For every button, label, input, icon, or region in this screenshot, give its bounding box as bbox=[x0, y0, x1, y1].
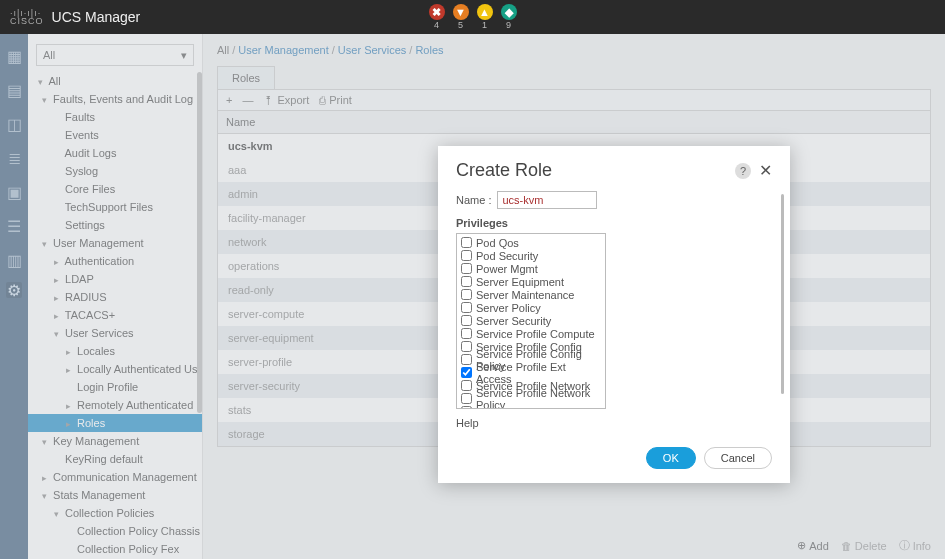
privileges-list[interactable]: Pod QosPod SecurityPower MgmtServer Equi… bbox=[456, 233, 606, 409]
privilege-row[interactable]: Server Policy bbox=[457, 301, 605, 314]
create-role-dialog: Create Role ? ✕ Name : Privileges Pod Qo… bbox=[438, 146, 790, 483]
close-icon[interactable]: ✕ bbox=[759, 161, 772, 180]
privilege-label: Server Maintenance bbox=[476, 289, 574, 301]
privilege-checkbox[interactable] bbox=[461, 354, 472, 365]
privilege-checkbox[interactable] bbox=[461, 341, 472, 352]
alert-badges: ✖4▼5▲1◆9 bbox=[429, 4, 517, 30]
alert-badge[interactable]: ✖4 bbox=[429, 4, 445, 30]
alert-count: 9 bbox=[506, 20, 511, 30]
privilege-label: Service Profile Compute bbox=[476, 328, 595, 340]
privilege-label: Power Mgmt bbox=[476, 263, 538, 275]
app-header: ·ı|ı·ı|ı·CISCO UCS Manager ✖4▼5▲1◆9 bbox=[0, 0, 945, 34]
cisco-logo: ·ı|ı·ı|ı·CISCO bbox=[10, 9, 44, 25]
dialog-help-label: Help bbox=[456, 417, 772, 429]
privilege-row[interactable]: Service Profile Compute bbox=[457, 327, 605, 340]
privilege-checkbox[interactable] bbox=[461, 367, 472, 378]
help-icon[interactable]: ? bbox=[735, 163, 751, 179]
alert-badge[interactable]: ◆9 bbox=[501, 4, 517, 30]
alert-badge[interactable]: ▼5 bbox=[453, 4, 469, 30]
privilege-label: Pod Qos bbox=[476, 237, 519, 249]
alert-icon: ◆ bbox=[501, 4, 517, 20]
privilege-checkbox[interactable] bbox=[461, 289, 472, 300]
privilege-checkbox[interactable] bbox=[461, 263, 472, 274]
privilege-checkbox[interactable] bbox=[461, 406, 472, 409]
privilege-row[interactable]: Power Mgmt bbox=[457, 262, 605, 275]
privilege-checkbox[interactable] bbox=[461, 393, 472, 404]
alert-icon: ▲ bbox=[477, 4, 493, 20]
name-field[interactable] bbox=[497, 191, 597, 209]
alert-icon: ▼ bbox=[453, 4, 469, 20]
privilege-label: Server Policy bbox=[476, 302, 541, 314]
scrollbar[interactable] bbox=[781, 194, 784, 394]
privilege-label: Server Security bbox=[476, 315, 551, 327]
dialog-title: Create Role bbox=[456, 160, 552, 181]
privilege-label: Pod Security bbox=[476, 250, 538, 262]
privilege-checkbox[interactable] bbox=[461, 315, 472, 326]
ok-button[interactable]: OK bbox=[646, 447, 696, 469]
privilege-row[interactable]: Server Equipment bbox=[457, 275, 605, 288]
alert-icon: ✖ bbox=[429, 4, 445, 20]
name-field-label: Name : bbox=[456, 194, 491, 206]
privileges-label: Privileges bbox=[456, 217, 772, 229]
privilege-row[interactable]: Service Profile Ext Access bbox=[457, 366, 605, 379]
privilege-checkbox[interactable] bbox=[461, 380, 472, 391]
privilege-row[interactable]: Server Security bbox=[457, 314, 605, 327]
privilege-row[interactable]: Server Maintenance bbox=[457, 288, 605, 301]
privilege-row[interactable]: Pod Qos bbox=[457, 236, 605, 249]
privilege-checkbox[interactable] bbox=[461, 276, 472, 287]
privilege-row[interactable]: Pod Security bbox=[457, 249, 605, 262]
privilege-checkbox[interactable] bbox=[461, 302, 472, 313]
cancel-button[interactable]: Cancel bbox=[704, 447, 772, 469]
alert-count: 4 bbox=[434, 20, 439, 30]
privilege-label: Service Profile Qos bbox=[476, 406, 570, 410]
privilege-checkbox[interactable] bbox=[461, 250, 472, 261]
privilege-row[interactable]: Service Profile Network Policy bbox=[457, 392, 605, 405]
privilege-checkbox[interactable] bbox=[461, 328, 472, 339]
alert-count: 1 bbox=[482, 20, 487, 30]
app-title: UCS Manager bbox=[52, 9, 141, 25]
privilege-label: Server Equipment bbox=[476, 276, 564, 288]
alert-badge[interactable]: ▲1 bbox=[477, 4, 493, 30]
privilege-checkbox[interactable] bbox=[461, 237, 472, 248]
alert-count: 5 bbox=[458, 20, 463, 30]
